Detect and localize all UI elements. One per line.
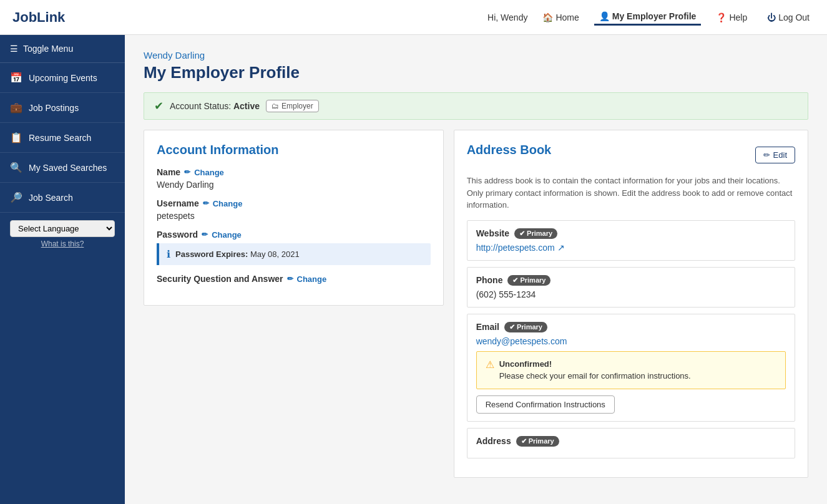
info-icon: ℹ [167,248,170,260]
name-change-link[interactable]: Change [194,168,224,177]
website-primary-badge: ✔ Primary [514,228,557,239]
whatis-link[interactable]: What is this? [10,237,115,251]
name-value: Wendy Darling [157,180,431,190]
address-book-header: Address Book ✏ Edit [467,143,795,167]
header: JobLink Hi, Wendy 🏠 Home 👤 My Employer P… [0,0,827,35]
page-title: My Employer Profile [144,63,808,82]
username-label: Username ✏ Change [157,198,431,208]
page-username: Wendy Darling [144,50,808,61]
employer-profile-link[interactable]: 👤 My Employer Profile [594,9,702,26]
security-field-row: Security Question and Answer ✏ Change [157,274,431,284]
sidebar-item-my-saved-searches[interactable]: 🔍 My Saved Searches [0,153,125,183]
account-information-card: Account Information Name ✏ Change Wendy … [144,130,444,306]
address-primary-badge: ✔ Primary [516,436,559,447]
toggle-menu-button[interactable]: ☰ Toggle Menu [0,35,125,63]
status-text: Account Status: Active [170,101,260,111]
email-check-icon: ✔ [509,323,515,331]
phone-primary-badge: ✔ Primary [507,275,551,286]
employer-badge-icon: 🗂 [272,102,279,110]
email-section: Email ✔ Primary wendy@petespets.com ⚠ Un… [467,314,795,422]
email-header: Email ✔ Primary [476,322,786,332]
resume-icon: 📋 [10,132,22,143]
job-search-icon: 🔎 [10,191,22,203]
security-label: Security Question and Answer ✏ Change [157,274,431,284]
menu-icon: ☰ [10,44,18,54]
phone-section: Phone ✔ Primary (602) 555-1234 [467,267,795,308]
email-link[interactable]: wendy@petespets.com [476,336,567,346]
sidebar-item-resume-search[interactable]: 📋 Resume Search [0,123,125,153]
address-check-icon: ✔ [521,437,527,445]
employer-badge: 🗂 Employer [266,100,319,112]
email-primary-badge: ✔ Primary [504,322,547,332]
sidebar: ☰ Toggle Menu 📅 Upcoming Events 💼 Job Po… [0,35,125,504]
address-header: Address ✔ Primary [476,436,786,447]
language-selector-container: Select Language What is this? [10,220,115,251]
saved-search-icon: 🔍 [10,162,22,173]
phone-header: Phone ✔ Primary [476,275,786,286]
name-label: Name ✏ Change [157,167,431,177]
cards-row: Account Information Name ✏ Change Wendy … [144,130,808,478]
sidebar-item-upcoming-events[interactable]: 📅 Upcoming Events [0,63,125,93]
security-change-link[interactable]: Change [297,274,327,284]
status-bar: ✔ Account Status: Active 🗂 Employer [144,92,808,120]
website-section: Website ✔ Primary http://petespets.com ↗ [467,220,795,261]
username-value: petespets [157,211,431,221]
password-change-link[interactable]: Change [212,230,242,240]
password-pencil-icon: ✏ [202,230,208,239]
logo[interactable]: JobLink [12,9,65,26]
email-warning-box: ⚠ Unconfirmed! Please check your email f… [476,351,786,389]
security-pencil-icon: ✏ [287,274,293,283]
phone-value: (602) 555-1234 [476,289,786,299]
account-info-title: Account Information [157,143,431,157]
username-field-row: Username ✏ Change petespets [157,198,431,221]
name-field-row: Name ✏ Change Wendy Darling [157,167,431,190]
website-check-icon: ✔ [519,230,525,238]
username-change-link[interactable]: Change [213,199,243,208]
address-book-card: Address Book ✏ Edit This address book is… [454,130,808,478]
address-section: Address ✔ Primary [467,428,795,458]
help-link[interactable]: ❓ Help [711,10,752,25]
layout: ☰ Toggle Menu 📅 Upcoming Events 💼 Job Po… [0,35,827,504]
username-pencil-icon: ✏ [203,199,209,208]
email-warning-text: Unconfirmed! Please check your email for… [499,358,691,382]
website-link[interactable]: http://petespets.com ↗ [476,243,565,253]
resend-confirmation-button[interactable]: Resend Confirmation Instructions [476,395,615,414]
address-book-title: Address Book [467,143,552,157]
name-pencil-icon: ✏ [184,168,190,177]
logout-link[interactable]: ⏻ Log Out [762,10,815,25]
password-label: Password ✏ Change [157,230,431,240]
main-content: Wendy Darling My Employer Profile ✔ Acco… [125,35,827,504]
home-link[interactable]: 🏠 Home [537,10,584,25]
external-link-icon: ↗ [557,243,565,253]
edit-pencil-icon: ✏ [763,150,770,160]
sidebar-item-job-postings[interactable]: 💼 Job Postings [0,93,125,123]
phone-check-icon: ✔ [512,276,518,284]
briefcase-icon: 💼 [10,102,22,114]
password-expiry-note: ℹ Password Expires: May 08, 2021 [157,243,431,265]
calendar-icon: 📅 [10,72,22,84]
sidebar-item-job-search[interactable]: 🔎 Job Search [0,183,125,213]
address-book-edit-button[interactable]: ✏ Edit [755,147,795,163]
status-check-icon: ✔ [154,99,164,113]
website-header: Website ✔ Primary [476,228,786,239]
address-book-description: This address book is to contain the cont… [467,175,795,211]
warning-triangle-icon: ⚠ [486,359,494,371]
language-select[interactable]: Select Language [10,220,115,237]
password-field-row: Password ✏ Change ℹ Password Expires: Ma… [157,230,431,265]
header-nav: Hi, Wendy 🏠 Home 👤 My Employer Profile ❓… [487,9,815,26]
greeting: Hi, Wendy [487,12,527,22]
